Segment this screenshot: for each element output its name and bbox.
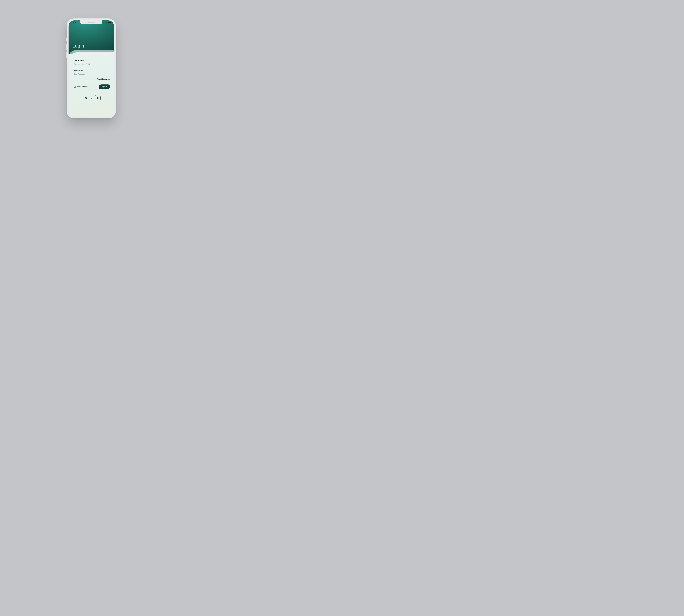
username-field-group: Username (74, 59, 110, 66)
phone-notch (80, 20, 102, 24)
phone-side-button (66, 44, 67, 50)
remember-me-toggle[interactable]: Remember Me (74, 86, 88, 88)
or-label: or (91, 97, 93, 99)
social-login-row: G or (74, 95, 110, 101)
apple-icon (97, 97, 99, 100)
google-login-button[interactable]: G (83, 95, 89, 101)
apple-login-button[interactable] (95, 95, 100, 101)
remember-me-label: Remember Me (77, 86, 88, 88)
sign-in-button[interactable]: Sign In (99, 85, 110, 89)
status-time: 17:58 (72, 22, 76, 24)
forgot-password-link[interactable]: Forgot Password (74, 78, 110, 80)
page-title: Login (72, 43, 84, 49)
phone-frame: 17:58 Login Username (67, 19, 116, 118)
username-label: Username (74, 59, 110, 62)
svg-rect-1 (111, 22, 111, 23)
phone-side-button (66, 51, 67, 58)
checkbox-icon (74, 86, 76, 88)
svg-rect-0 (108, 22, 111, 23)
screen: 17:58 Login Username (69, 20, 114, 116)
password-input[interactable] (74, 72, 110, 76)
wifi-icon (106, 22, 108, 24)
google-icon: G (85, 97, 87, 99)
username-input[interactable] (74, 63, 110, 66)
login-card: Username Password Forgot Password Rememb… (71, 52, 114, 116)
password-field-group: Password (74, 69, 110, 76)
login-hero: 17:58 Login (69, 20, 114, 54)
phone-side-button (66, 38, 67, 42)
phone-side-button (116, 44, 116, 54)
battery-icon (108, 22, 111, 24)
speaker-grille (88, 22, 94, 23)
login-card-backdrop: Username Password Forgot Password Rememb… (69, 50, 114, 116)
password-label: Password (74, 69, 110, 71)
status-icons (106, 22, 111, 24)
action-row: Remember Me Sign In (74, 85, 110, 89)
